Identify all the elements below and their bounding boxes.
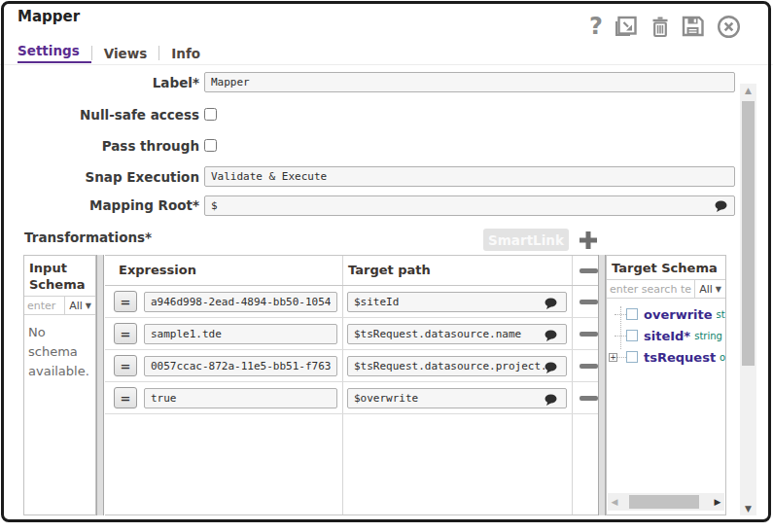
expression-input[interactable]: [144, 324, 337, 344]
chevron-down-icon: ▼: [716, 285, 721, 294]
snap-execution-label: Snap Execution: [0, 169, 199, 185]
scrollbar-track[interactable]: [621, 494, 711, 510]
target-schema-tree: overwrite string siteId* string + tsRequ…: [607, 299, 725, 368]
mapping-equals-button[interactable]: =: [114, 323, 137, 344]
expression-column-header: Expression: [119, 263, 196, 277]
page-title: Mapper: [18, 8, 80, 25]
target-schema-horizontal-scrollbar[interactable]: ◀ ▶: [608, 493, 724, 511]
tree-item-tsrequest[interactable]: + tsRequest object: [607, 346, 725, 368]
toolbar: ?: [589, 13, 741, 40]
tree-item-siteid[interactable]: siteId* string: [607, 325, 725, 346]
scrollbar-thumb[interactable]: [742, 101, 755, 366]
target-path-input[interactable]: [347, 356, 567, 376]
scrollbar-thumb[interactable]: [629, 495, 699, 509]
remove-row-icon[interactable]: [579, 350, 598, 382]
transformations-table: Expression Target path = = = =: [105, 255, 598, 515]
tab-views[interactable]: Views: [92, 46, 159, 61]
scroll-down-icon[interactable]: ▼: [740, 504, 756, 514]
target-schema-title: Target Schema: [607, 256, 725, 276]
pass-through-label: Pass through: [0, 138, 199, 154]
expression-input[interactable]: [144, 292, 337, 312]
tree-checkbox[interactable]: [626, 330, 638, 341]
input-schema-search-row: All▼: [24, 296, 95, 315]
close-icon[interactable]: [717, 15, 741, 39]
expression-input[interactable]: [144, 388, 337, 408]
target-schema-filter-dropdown[interactable]: All▼: [694, 280, 725, 298]
table-row: =: [105, 382, 598, 414]
table-row: =: [105, 286, 598, 318]
table-row: =: [105, 350, 598, 382]
tree-item-type: string: [694, 331, 722, 341]
mapping-root-label: Mapping Root*: [0, 197, 199, 213]
table-header-row: Expression Target path: [105, 256, 598, 286]
tabs-divider: [0, 64, 773, 65]
tree-item-label: tsRequest: [644, 350, 716, 365]
scroll-right-icon[interactable]: ▶: [711, 497, 724, 507]
table-row: =: [105, 318, 598, 350]
label-input[interactable]: [204, 72, 735, 92]
tree-checkbox[interactable]: [626, 351, 638, 363]
remove-row-icon[interactable]: [579, 256, 598, 286]
main-vertical-scrollbar[interactable]: ▲ ▼: [740, 84, 756, 515]
mapping-equals-button[interactable]: =: [114, 387, 137, 408]
remove-row-icon[interactable]: [579, 382, 598, 414]
target-path-input[interactable]: [347, 292, 567, 312]
mapping-equals-button[interactable]: =: [114, 355, 137, 376]
mapping-root-input[interactable]: [204, 195, 735, 216]
mapping-equals-button[interactable]: =: [114, 291, 137, 312]
right-splitter[interactable]: [598, 255, 606, 515]
target-schema-search-row: All▼: [607, 279, 725, 299]
chevron-down-icon: ▼: [86, 301, 91, 310]
comment-bubble-icon[interactable]: [545, 360, 557, 378]
mapping-root-field: [204, 195, 735, 216]
label-field-label: Label*: [0, 75, 199, 90]
input-schema-search-input[interactable]: [24, 300, 64, 312]
tree-expand-icon[interactable]: +: [609, 353, 617, 362]
comment-bubble-icon[interactable]: [545, 296, 557, 314]
comment-bubble-icon[interactable]: [545, 392, 557, 410]
tree-item-label: siteId*: [644, 329, 690, 343]
tree-checkbox[interactable]: [626, 308, 638, 320]
scroll-left-icon[interactable]: ◀: [608, 497, 621, 507]
transformations-title: Transformations*: [24, 230, 152, 245]
input-schema-empty-text: No schema available.: [24, 315, 95, 389]
target-path-input[interactable]: [347, 324, 567, 344]
remove-row-icon[interactable]: [579, 286, 598, 318]
remove-row-icon[interactable]: [579, 318, 598, 350]
target-schema-search-input[interactable]: [607, 283, 694, 296]
comment-bubble-icon[interactable]: [715, 198, 727, 217]
null-safe-label: Null-safe access: [0, 107, 199, 123]
input-schema-filter-dropdown[interactable]: All▼: [64, 297, 95, 314]
tree-item-overwrite[interactable]: overwrite string: [607, 303, 725, 325]
left-splitter[interactable]: [96, 255, 104, 515]
tree-item-type: object: [720, 352, 726, 363]
input-schema-title: Input Schema: [24, 256, 95, 293]
null-safe-checkbox[interactable]: [204, 108, 217, 121]
popout-icon[interactable]: [614, 15, 639, 38]
scroll-up-icon[interactable]: ▲: [740, 86, 756, 95]
tree-connector: [615, 314, 626, 315]
tree-item-label: overwrite: [644, 307, 713, 322]
expression-input[interactable]: [144, 356, 337, 376]
comment-bubble-icon[interactable]: [545, 328, 557, 346]
delete-icon[interactable]: [650, 16, 670, 38]
tab-bar: Settings Views Info: [18, 43, 212, 63]
target-schema-panel: Target Schema All▼ overwrite string site…: [606, 255, 726, 515]
pass-through-checkbox[interactable]: [204, 139, 217, 152]
smartlink-button[interactable]: SmartLink: [483, 229, 569, 251]
help-icon[interactable]: ?: [589, 14, 603, 39]
snap-execution-input[interactable]: [204, 166, 735, 187]
add-row-icon[interactable]: [577, 229, 600, 252]
target-path-input[interactable]: [347, 388, 567, 408]
tab-info[interactable]: Info: [159, 46, 212, 61]
tab-settings[interactable]: Settings: [18, 43, 91, 63]
input-schema-panel: Input Schema All▼ No schema available.: [23, 255, 96, 515]
tree-connector: [615, 336, 626, 337]
tree-item-type: string: [717, 309, 726, 320]
target-path-column-header: Target path: [348, 263, 431, 277]
save-icon[interactable]: [681, 15, 705, 38]
